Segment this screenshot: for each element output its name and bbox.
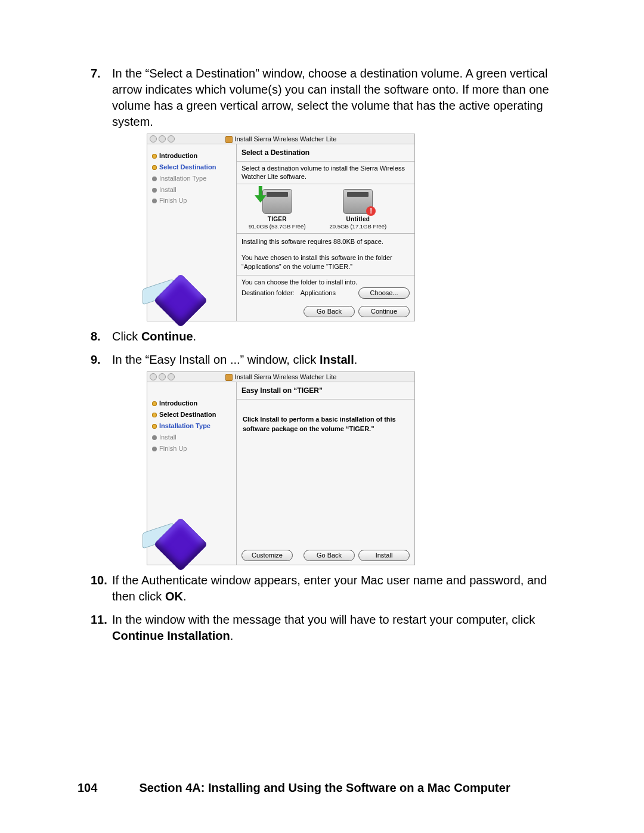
package-box-icon [154,274,208,328]
bullet-icon [152,188,157,193]
step-text: In the window with the message that you … [112,613,535,642]
screenshot-select-destination: Install Sierra Wireless Watcher Lite Int… [147,134,415,321]
minimize-icon[interactable] [159,135,166,143]
page-footer: 104 Section 4A: Installing and Using the… [78,781,566,795]
sidebar-graphic [143,513,214,567]
pane-prompt: Select a destination volume to install t… [237,161,414,184]
bullet-icon [152,165,157,170]
bullet-icon [152,435,157,440]
sidebar-item-finish-up: Finish Up [152,444,233,453]
step-number: 8. [91,329,101,345]
volume-name: Untitled [330,215,387,224]
sidebar-item-introduction: Introduction [152,399,233,408]
installer-main: Select a Destination Select a destinatio… [236,144,414,321]
step-text: If the Authenticate window appears, ente… [112,574,547,603]
nav-buttons: Customize Go Back Install [237,547,414,565]
step-text: In the “Select a Destination” window, ch… [112,67,549,128]
volume-list: TIGER 91.0GB (53.7GB Free) Untitled 20.5… [237,184,414,233]
step-number: 7. [91,66,101,82]
window-title: Install Sierra Wireless Watcher Lite [147,135,414,144]
sidebar-item-installation-type: Installation Type [152,174,233,183]
customize-button[interactable]: Customize [242,550,293,561]
step-number: 10. [91,572,107,589]
page-number: 104 [78,781,97,795]
sidebar-item-install: Install [152,433,233,442]
volume-size: 91.0GB (53.7GB Free) [249,223,306,231]
screenshot-easy-install: Install Sierra Wireless Watcher Lite Int… [147,371,415,565]
step-number: 9. [91,352,101,368]
bullet-icon [152,424,157,429]
sidebar-item-install: Install [152,185,233,194]
step-item: 8. Click Continue. [78,329,566,345]
space-required: Installing this software requires 88.0KB… [237,233,414,250]
destination-label: Destination folder: [242,289,295,298]
installer-sidebar: Introduction Select Destination Installa… [147,144,236,321]
step-item: 9. In the “Easy Install on ...” window, … [78,352,566,565]
sidebar-item-installation-type: Installation Type [152,422,233,431]
continue-button[interactable]: Continue [358,306,410,317]
step-number: 11. [91,612,107,628]
package-icon [225,374,233,381]
pane-heading: Select a Destination [237,144,414,161]
sidebar-item-introduction: Introduction [152,151,233,160]
nav-buttons: Go Back Continue [237,304,414,321]
package-box-icon [154,518,208,572]
zoom-icon[interactable] [168,135,175,143]
window-titlebar: Install Sierra Wireless Watcher Lite [147,134,414,144]
sidebar-item-select-destination: Select Destination [152,163,233,172]
traffic-lights [150,135,175,143]
volume-item[interactable]: TIGER 91.0GB (53.7GB Free) [249,189,306,231]
sidebar-graphic [143,270,214,323]
section-title: Section 4A: Installing and Using the Sof… [139,781,510,795]
document-page: 7. In the “Select a Destination” window,… [0,0,644,833]
bullet-icon [152,413,157,417]
destination-block: You can choose the folder to install int… [237,275,414,304]
step-text: In the “Easy Install on ...” window, cli… [112,353,357,366]
installer-sidebar: Introduction Select Destination Installa… [147,382,236,565]
close-icon[interactable] [150,135,157,143]
volume-name: TIGER [249,215,306,224]
zoom-icon[interactable] [168,373,175,380]
step-item: 10. If the Authenticate window appears, … [78,572,566,605]
easy-install-message: Click Install to perform a basic install… [237,399,414,547]
destination-value: Applications [301,289,336,298]
window-title: Install Sierra Wireless Watcher Lite [147,373,414,382]
bullet-icon [152,176,157,181]
close-icon[interactable] [150,373,157,380]
installer-main: Easy Install on “TIGER” Click Install to… [236,382,414,565]
choose-button[interactable]: Choose... [358,287,410,299]
volume-item[interactable]: Untitled 20.5GB (17.1GB Free) [330,189,387,231]
choose-folder-label: You can choose the folder to install int… [242,278,410,287]
bullet-icon [152,401,157,406]
go-back-button[interactable]: Go Back [304,550,355,561]
step-item: 11. In the window with the message that … [78,612,566,644]
volume-size: 20.5GB (17.1GB Free) [330,223,387,231]
traffic-lights [150,373,175,380]
bullet-icon [152,447,157,451]
window-titlebar: Install Sierra Wireless Watcher Lite [147,372,414,382]
bullet-icon [152,199,157,203]
install-button[interactable]: Install [358,550,410,561]
step-item: 7. In the “Select a Destination” window,… [78,66,566,321]
hard-drive-icon [262,189,292,214]
pane-heading: Easy Install on “TIGER” [237,382,414,399]
minimize-icon[interactable] [159,373,166,380]
hard-drive-icon [343,189,373,214]
sidebar-item-select-destination: Select Destination [152,410,233,419]
go-back-button[interactable]: Go Back [304,306,355,317]
bullet-icon [152,154,157,159]
ordered-steps: 7. In the “Select a Destination” window,… [78,66,566,644]
install-location-message: You have chosen to install this software… [237,250,414,275]
sidebar-item-finish-up: Finish Up [152,196,233,205]
step-text: Click Continue. [112,330,196,343]
package-icon [225,136,233,143]
